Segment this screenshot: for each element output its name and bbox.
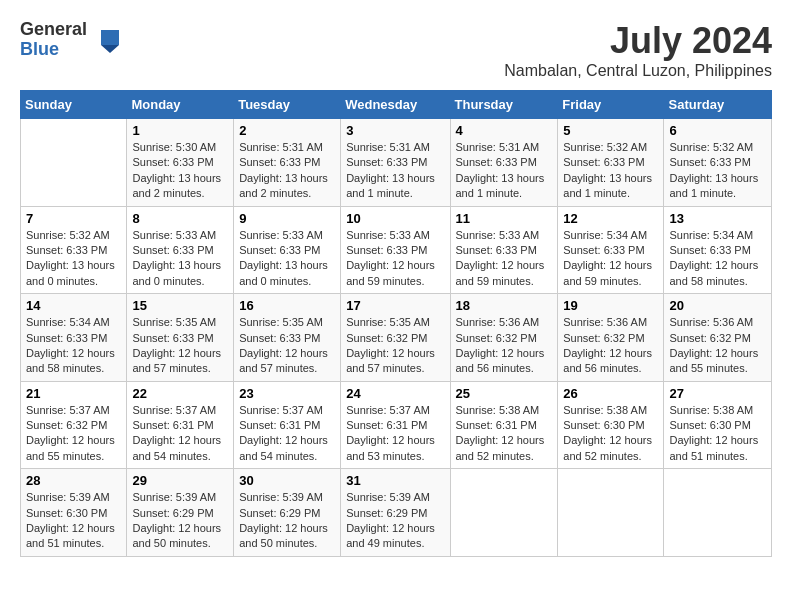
sunset: Sunset: 6:33 PM xyxy=(132,332,213,344)
day-number: 24 xyxy=(346,386,444,401)
sunset: Sunset: 6:33 PM xyxy=(669,244,750,256)
sunrise: Sunrise: 5:36 AM xyxy=(669,316,753,328)
sunrise: Sunrise: 5:32 AM xyxy=(669,141,753,153)
calendar-cell: 9 Sunrise: 5:33 AM Sunset: 6:33 PM Dayli… xyxy=(234,206,341,294)
day-number: 3 xyxy=(346,123,444,138)
calendar-cell: 28 Sunrise: 5:39 AM Sunset: 6:30 PM Dayl… xyxy=(21,469,127,557)
sunset: Sunset: 6:31 PM xyxy=(239,419,320,431)
calendar-cell: 10 Sunrise: 5:33 AM Sunset: 6:33 PM Dayl… xyxy=(341,206,450,294)
cell-info: Sunrise: 5:34 AM Sunset: 6:33 PM Dayligh… xyxy=(563,228,658,290)
day-number: 21 xyxy=(26,386,121,401)
cell-info: Sunrise: 5:36 AM Sunset: 6:32 PM Dayligh… xyxy=(669,315,766,377)
sunrise: Sunrise: 5:32 AM xyxy=(26,229,110,241)
subtitle: Nambalan, Central Luzon, Philippines xyxy=(504,62,772,80)
cell-info: Sunrise: 5:32 AM Sunset: 6:33 PM Dayligh… xyxy=(26,228,121,290)
sunrise: Sunrise: 5:39 AM xyxy=(132,491,216,503)
day-number: 17 xyxy=(346,298,444,313)
column-header-friday: Friday xyxy=(558,91,664,119)
sunset: Sunset: 6:33 PM xyxy=(346,156,427,168)
cell-info: Sunrise: 5:33 AM Sunset: 6:33 PM Dayligh… xyxy=(132,228,228,290)
day-number: 12 xyxy=(563,211,658,226)
sunset: Sunset: 6:30 PM xyxy=(669,419,750,431)
header-row: SundayMondayTuesdayWednesdayThursdayFrid… xyxy=(21,91,772,119)
sunrise: Sunrise: 5:37 AM xyxy=(26,404,110,416)
cell-info: Sunrise: 5:33 AM Sunset: 6:33 PM Dayligh… xyxy=(456,228,553,290)
sunrise: Sunrise: 5:39 AM xyxy=(239,491,323,503)
day-number: 4 xyxy=(456,123,553,138)
sunrise: Sunrise: 5:35 AM xyxy=(132,316,216,328)
sunrise: Sunrise: 5:36 AM xyxy=(456,316,540,328)
calendar-cell: 3 Sunrise: 5:31 AM Sunset: 6:33 PM Dayli… xyxy=(341,119,450,207)
daylight: Daylight: 12 hours and 54 minutes. xyxy=(239,434,328,461)
day-number: 23 xyxy=(239,386,335,401)
sunset: Sunset: 6:31 PM xyxy=(132,419,213,431)
day-number: 5 xyxy=(563,123,658,138)
sunset: Sunset: 6:29 PM xyxy=(239,507,320,519)
sunset: Sunset: 6:33 PM xyxy=(239,332,320,344)
daylight: Daylight: 12 hours and 58 minutes. xyxy=(26,347,115,374)
sunset: Sunset: 6:32 PM xyxy=(26,419,107,431)
calendar-cell: 6 Sunrise: 5:32 AM Sunset: 6:33 PM Dayli… xyxy=(664,119,772,207)
title-block: July 2024 Nambalan, Central Luzon, Phili… xyxy=(504,20,772,80)
svg-marker-1 xyxy=(101,45,119,53)
calendar-week-row: 1 Sunrise: 5:30 AM Sunset: 6:33 PM Dayli… xyxy=(21,119,772,207)
column-header-sunday: Sunday xyxy=(21,91,127,119)
daylight: Daylight: 12 hours and 54 minutes. xyxy=(132,434,221,461)
cell-info: Sunrise: 5:38 AM Sunset: 6:30 PM Dayligh… xyxy=(563,403,658,465)
cell-info: Sunrise: 5:36 AM Sunset: 6:32 PM Dayligh… xyxy=(456,315,553,377)
daylight: Daylight: 12 hours and 57 minutes. xyxy=(239,347,328,374)
calendar-week-row: 14 Sunrise: 5:34 AM Sunset: 6:33 PM Dayl… xyxy=(21,294,772,382)
daylight: Daylight: 12 hours and 55 minutes. xyxy=(669,347,758,374)
sunrise: Sunrise: 5:30 AM xyxy=(132,141,216,153)
calendar-cell: 18 Sunrise: 5:36 AM Sunset: 6:32 PM Dayl… xyxy=(450,294,558,382)
sunrise: Sunrise: 5:36 AM xyxy=(563,316,647,328)
day-number: 31 xyxy=(346,473,444,488)
calendar-cell: 27 Sunrise: 5:38 AM Sunset: 6:30 PM Dayl… xyxy=(664,381,772,469)
cell-info: Sunrise: 5:37 AM Sunset: 6:31 PM Dayligh… xyxy=(346,403,444,465)
calendar-cell: 15 Sunrise: 5:35 AM Sunset: 6:33 PM Dayl… xyxy=(127,294,234,382)
sunrise: Sunrise: 5:34 AM xyxy=(669,229,753,241)
daylight: Daylight: 12 hours and 56 minutes. xyxy=(456,347,545,374)
cell-info: Sunrise: 5:39 AM Sunset: 6:30 PM Dayligh… xyxy=(26,490,121,552)
svg-marker-0 xyxy=(101,30,119,45)
sunrise: Sunrise: 5:33 AM xyxy=(239,229,323,241)
daylight: Daylight: 13 hours and 0 minutes. xyxy=(239,259,328,286)
day-number: 13 xyxy=(669,211,766,226)
logo-blue-text: Blue xyxy=(20,40,87,60)
sunset: Sunset: 6:33 PM xyxy=(563,244,644,256)
sunrise: Sunrise: 5:33 AM xyxy=(346,229,430,241)
sunset: Sunset: 6:33 PM xyxy=(26,332,107,344)
sunset: Sunset: 6:31 PM xyxy=(456,419,537,431)
calendar-cell: 14 Sunrise: 5:34 AM Sunset: 6:33 PM Dayl… xyxy=(21,294,127,382)
calendar-cell: 24 Sunrise: 5:37 AM Sunset: 6:31 PM Dayl… xyxy=(341,381,450,469)
calendar-cell: 26 Sunrise: 5:38 AM Sunset: 6:30 PM Dayl… xyxy=(558,381,664,469)
sunset: Sunset: 6:33 PM xyxy=(26,244,107,256)
cell-info: Sunrise: 5:33 AM Sunset: 6:33 PM Dayligh… xyxy=(239,228,335,290)
sunrise: Sunrise: 5:37 AM xyxy=(132,404,216,416)
cell-info: Sunrise: 5:36 AM Sunset: 6:32 PM Dayligh… xyxy=(563,315,658,377)
day-number: 9 xyxy=(239,211,335,226)
daylight: Daylight: 12 hours and 53 minutes. xyxy=(346,434,435,461)
cell-info: Sunrise: 5:32 AM Sunset: 6:33 PM Dayligh… xyxy=(669,140,766,202)
column-header-tuesday: Tuesday xyxy=(234,91,341,119)
sunrise: Sunrise: 5:34 AM xyxy=(26,316,110,328)
day-number: 7 xyxy=(26,211,121,226)
sunset: Sunset: 6:31 PM xyxy=(346,419,427,431)
daylight: Daylight: 12 hours and 50 minutes. xyxy=(132,522,221,549)
calendar-cell: 1 Sunrise: 5:30 AM Sunset: 6:33 PM Dayli… xyxy=(127,119,234,207)
cell-info: Sunrise: 5:37 AM Sunset: 6:32 PM Dayligh… xyxy=(26,403,121,465)
calendar-cell: 12 Sunrise: 5:34 AM Sunset: 6:33 PM Dayl… xyxy=(558,206,664,294)
calendar-cell: 2 Sunrise: 5:31 AM Sunset: 6:33 PM Dayli… xyxy=(234,119,341,207)
day-number: 2 xyxy=(239,123,335,138)
sunrise: Sunrise: 5:38 AM xyxy=(563,404,647,416)
day-number: 25 xyxy=(456,386,553,401)
sunrise: Sunrise: 5:33 AM xyxy=(456,229,540,241)
sunset: Sunset: 6:32 PM xyxy=(669,332,750,344)
calendar-table: SundayMondayTuesdayWednesdayThursdayFrid… xyxy=(20,90,772,557)
calendar-cell: 31 Sunrise: 5:39 AM Sunset: 6:29 PM Dayl… xyxy=(341,469,450,557)
cell-info: Sunrise: 5:37 AM Sunset: 6:31 PM Dayligh… xyxy=(132,403,228,465)
sunset: Sunset: 6:33 PM xyxy=(239,156,320,168)
daylight: Daylight: 12 hours and 59 minutes. xyxy=(563,259,652,286)
sunset: Sunset: 6:32 PM xyxy=(563,332,644,344)
calendar-cell: 20 Sunrise: 5:36 AM Sunset: 6:32 PM Dayl… xyxy=(664,294,772,382)
